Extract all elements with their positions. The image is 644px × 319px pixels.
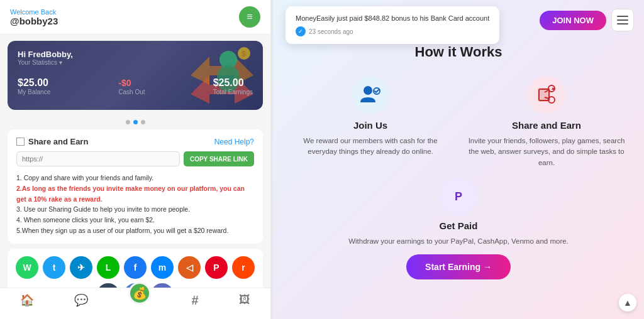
- stats-row: $25.00 My Balance -$0 Cash Out $25.00 To…: [18, 77, 253, 95]
- total-label: Total Earnings: [213, 89, 253, 95]
- time-text: 23 seconds ago: [309, 28, 353, 35]
- instruction-4: 4. When someone clicks your link, you ea…: [16, 215, 254, 225]
- get-paid-section: P Get Paid Withdraw your earnings to you…: [292, 178, 625, 279]
- right-panel: MoneyEasily just paid $848.82 bonus to h…: [273, 0, 644, 319]
- social-icon-whatsapp[interactable]: W: [16, 256, 38, 279]
- join-us-icon-circle: [352, 76, 389, 114]
- hamburger-line-2: [617, 19, 628, 21]
- instruction-5: 5.When they sign up as a user of our pla…: [16, 225, 254, 236]
- svg-text:P: P: [455, 190, 462, 203]
- how-title: How it Works: [292, 44, 625, 60]
- get-paid-title: Get Paid: [292, 220, 625, 231]
- instruction-3: 3. Use our Sharing Guide to help you inv…: [16, 204, 254, 215]
- copy-link-button[interactable]: COPY SHARE LINK: [184, 151, 254, 166]
- nav-home[interactable]: 🏠: [20, 293, 34, 314]
- subtitle-text: Your Statistics ▾: [18, 59, 62, 66]
- social-icon-pinterest[interactable]: P: [205, 256, 228, 279]
- social-icon-twitter[interactable]: t: [43, 256, 65, 279]
- social-icon-reddit[interactable]: r: [232, 256, 255, 279]
- nav-money[interactable]: 💰: [128, 282, 151, 305]
- paypal-icon: P: [447, 185, 470, 208]
- share-earn-icon-circle: [528, 76, 565, 114]
- share-earn-icon: [535, 84, 558, 106]
- how-it-works-section: How it Works Join Us We reward our membe…: [273, 31, 644, 292]
- instruction-1: 1. Copy and share with your friends and …: [16, 173, 254, 183]
- step-share-earn: Share and Earn Invite your friends, foll…: [468, 76, 625, 168]
- instructions: 1. Copy and share with your friends and …: [16, 173, 254, 236]
- top-right-buttons: JOIN NOW: [540, 9, 634, 31]
- notification-text: MoneyEasily just paid $848.82 bonus to h…: [296, 14, 489, 23]
- join-us-title: Join Us: [292, 120, 449, 131]
- get-paid-desc: Withdraw your earnings to your PayPal, C…: [292, 236, 625, 247]
- share-header: Share and Earn Need Help?: [16, 137, 254, 146]
- card-dots: [0, 120, 270, 124]
- get-paid-icon-circle: P: [440, 178, 477, 215]
- nav-chat[interactable]: 💬: [74, 293, 88, 314]
- check-icon: ✓: [296, 26, 306, 36]
- welcome-text: Welcome Back: [10, 8, 58, 16]
- social-icon-telegram[interactable]: ✈: [70, 256, 92, 279]
- cashout-item: -$0 Cash Out: [118, 77, 145, 95]
- instruction-2: 2.As long as the friends you invite make…: [16, 183, 254, 205]
- cashout-label: Cash Out: [118, 89, 145, 95]
- total-amount: $25.00: [213, 77, 244, 88]
- stats-card: $ Hi FredBobby, Your Statistics ▾ $25.00…: [8, 41, 263, 110]
- user-info: Welcome Back @bobby23: [10, 8, 58, 26]
- left-panel: Welcome Back @bobby23 ≡ $ Hi FredBobby, …: [0, 0, 270, 319]
- scroll-up-button[interactable]: ▲: [619, 294, 636, 311]
- social-icon-messenger[interactable]: m: [151, 256, 174, 279]
- share-earn-desc: Invite your friends, followers, play gam…: [468, 136, 625, 168]
- notification-popup: MoneyEasily just paid $848.82 bonus to h…: [286, 6, 499, 44]
- share-section: Share and Earn Need Help? COPY SHARE LIN…: [8, 129, 263, 244]
- dot-2[interactable]: [133, 120, 138, 124]
- dot-3[interactable]: [141, 120, 145, 124]
- nav-hashtag[interactable]: #: [192, 293, 199, 314]
- share-earn-title: Share and Earn: [468, 120, 625, 131]
- social-icon-sharethis[interactable]: ◁: [178, 256, 201, 279]
- social-icon-facebook[interactable]: f: [124, 256, 147, 279]
- total-item: $25.00 Total Earnings: [213, 77, 253, 95]
- nav-gallery[interactable]: 🖼: [239, 293, 250, 314]
- link-row: COPY SHARE LINK: [16, 151, 254, 166]
- referral-link-input[interactable]: [16, 151, 180, 166]
- cashout-amount: -$0: [118, 78, 131, 88]
- svg-point-6: [364, 86, 372, 95]
- join-us-icon: [359, 84, 382, 106]
- share-title: Share and Earn: [16, 137, 88, 146]
- menu-button[interactable]: ≡: [239, 6, 260, 28]
- how-steps-grid: Join Us We reward our members with cash …: [292, 76, 625, 168]
- stats-card-inner: Hi FredBobby, Your Statistics ▾ $25.00 M…: [18, 50, 253, 95]
- balance-amount: $25.00: [18, 77, 48, 88]
- join-now-button[interactable]: JOIN NOW: [540, 11, 606, 30]
- balance-label: My Balance: [18, 89, 50, 95]
- hamburger-line-1: [617, 16, 628, 17]
- need-help-link[interactable]: Need Help?: [214, 138, 254, 146]
- step-join-us: Join Us We reward our members with cash …: [292, 76, 449, 168]
- greeting: Hi FredBobby,: [18, 50, 253, 59]
- balance-item: $25.00 My Balance: [18, 77, 50, 95]
- username: @bobby23: [10, 16, 58, 26]
- start-earning-button[interactable]: Start Earning →: [406, 254, 511, 279]
- stats-subtitle: Your Statistics ▾: [18, 59, 253, 66]
- social-icon-line[interactable]: L: [97, 256, 119, 279]
- dot-1[interactable]: [126, 120, 130, 124]
- notification-time: ✓ 23 seconds ago: [296, 26, 489, 36]
- hamburger-line-3: [617, 23, 628, 24]
- hamburger-button[interactable]: [611, 9, 634, 31]
- join-us-desc: We reward our members with cash for the …: [292, 136, 449, 158]
- bottom-nav: 🏠 💬 💰 # 🖼: [0, 288, 270, 319]
- left-header: Welcome Back @bobby23 ≡: [0, 0, 270, 35]
- share-title-text: Share and Earn: [28, 137, 88, 146]
- share-checkbox[interactable]: [16, 138, 25, 146]
